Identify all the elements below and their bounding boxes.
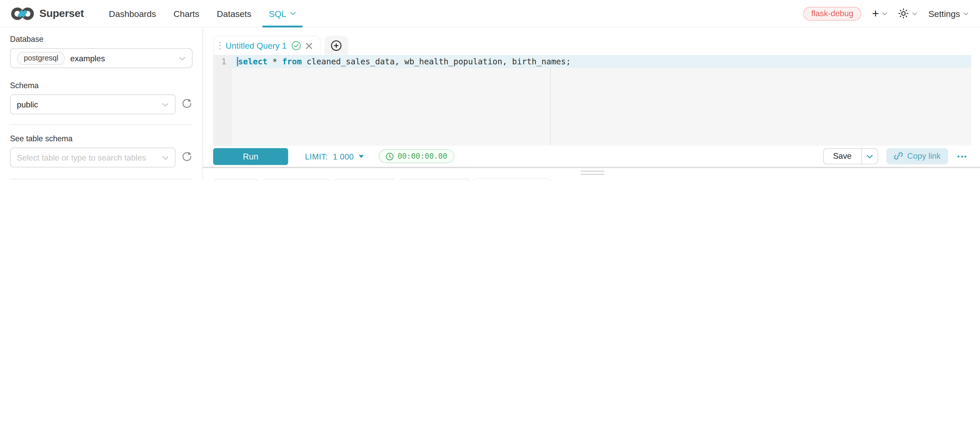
sqllab-sidebar: Database postgresql examples Schema publ…	[0, 27, 203, 181]
close-icon[interactable]	[305, 42, 312, 49]
link-icon	[893, 151, 903, 161]
new-item-menu[interactable]: +	[872, 8, 888, 19]
check-circle-icon	[291, 41, 301, 51]
table-select[interactable]: Select table or type to search tables	[10, 148, 176, 167]
theme-menu[interactable]	[899, 8, 918, 19]
result-tabs: Results Query history Result Stats Query…	[203, 178, 980, 181]
tab-query-estimator[interactable]: Query Estimator	[472, 178, 551, 181]
chevron-down-icon	[963, 11, 969, 15]
save-split-button: Save	[823, 148, 878, 164]
schema-label: Schema	[10, 81, 192, 90]
sidebar-divider	[10, 179, 192, 179]
save-button[interactable]: Save	[823, 148, 861, 164]
table-select-placeholder: Select table or type to search tables	[17, 153, 146, 162]
chevron-down-icon	[162, 102, 169, 106]
editor-gutter: 1	[213, 55, 232, 146]
chevron-down-icon	[912, 11, 918, 15]
resize-drag-handle[interactable]	[581, 170, 605, 177]
copy-link-label: Copy link	[907, 151, 940, 161]
editor-toolbar: Run LIMIT: 1 000 00:00:00.00	[203, 146, 980, 167]
run-button[interactable]: Run	[213, 148, 288, 165]
settings-label: Settings	[929, 8, 960, 19]
database-engine-chip: postgresql	[17, 52, 65, 65]
refresh-tables-icon[interactable]	[181, 151, 192, 164]
sidebar-divider	[10, 124, 192, 125]
text-cursor	[237, 57, 238, 67]
limit-label: LIMIT:	[305, 151, 328, 161]
schema-value: public	[17, 100, 38, 109]
more-actions-button[interactable]	[956, 153, 967, 160]
settings-menu[interactable]: Settings	[929, 8, 969, 19]
nav-item-datasets[interactable]: Datasets	[208, 0, 260, 27]
superset-logo[interactable]: Superset	[10, 6, 84, 21]
sql-code-editor[interactable]: 1 select * from cleaned_sales_data, wb_h…	[213, 55, 971, 146]
new-query-tab-button[interactable]	[324, 36, 348, 55]
nav-item-dashboards[interactable]: Dashboards	[100, 0, 165, 27]
limit-value: 1 000	[333, 151, 354, 161]
nav-item-charts[interactable]: Charts	[165, 0, 208, 27]
tab-query-history[interactable]: Query history	[262, 178, 330, 181]
copy-link-button[interactable]: Copy link	[886, 148, 948, 164]
nav-item-sql[interactable]: SQL	[260, 0, 305, 27]
chevron-down-icon	[882, 11, 888, 15]
superset-infinity-icon	[10, 6, 35, 21]
query-timer: 00:00:00.00	[379, 149, 454, 163]
drag-handle-icon	[219, 41, 221, 50]
database-label: Database	[10, 35, 192, 44]
environment-badge: flask-debug	[803, 7, 861, 21]
refresh-schemas-icon[interactable]	[181, 97, 192, 111]
query-tabbar: Untitled Query 1	[203, 36, 980, 55]
sun-icon	[899, 8, 909, 19]
chevron-down-icon	[162, 156, 169, 160]
timer-value: 00:00:00.00	[398, 152, 447, 160]
schema-select[interactable]: public	[10, 94, 176, 114]
clock-icon	[386, 152, 394, 160]
sql-editor-zone: Untitled Query 1	[203, 27, 980, 167]
top-navbar: Superset Dashboards Charts Datasets SQL …	[0, 0, 980, 27]
limit-dropdown[interactable]: LIMIT: 1 000	[305, 151, 364, 161]
chevron-down-icon	[290, 11, 296, 16]
brand-name: Superset	[40, 7, 84, 20]
plus-icon: +	[872, 8, 879, 19]
chevron-down-icon	[866, 154, 873, 159]
tab-query-insights[interactable]: Query Insights	[398, 178, 470, 181]
plus-circle-icon	[330, 40, 342, 51]
main-nav: Dashboards Charts Datasets SQL	[100, 0, 305, 27]
database-value: examples	[70, 53, 105, 63]
caret-down-icon	[359, 155, 364, 158]
query-tab-title: Untitled Query 1	[226, 41, 287, 51]
save-menu-button[interactable]	[861, 148, 878, 164]
table-schema-label: See table schema	[10, 134, 192, 143]
chevron-down-icon	[179, 56, 186, 60]
database-select[interactable]: postgresql examples	[10, 48, 192, 68]
sql-active-line: select * from cleaned_sales_data, wb_hea…	[232, 55, 971, 68]
query-tab[interactable]: Untitled Query 1	[213, 36, 320, 55]
tab-results[interactable]: Results	[213, 178, 260, 181]
print-margin-ruler	[550, 55, 550, 146]
tab-result-stats[interactable]: Result Stats	[332, 178, 396, 181]
